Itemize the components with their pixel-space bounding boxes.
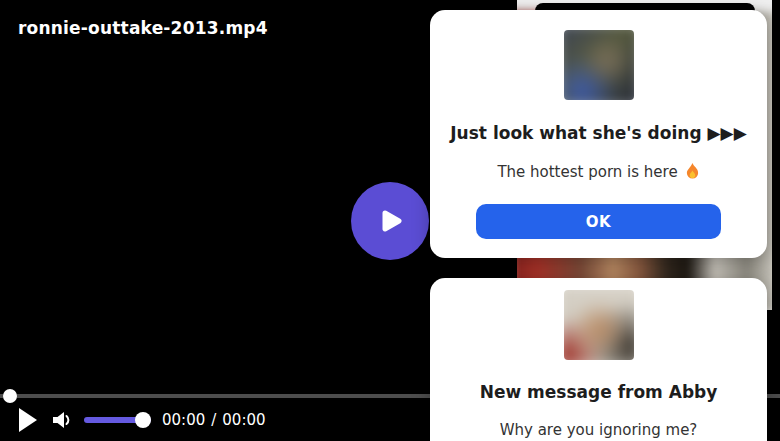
popup-message: The hottest porn is here xyxy=(430,163,767,181)
speaker-icon xyxy=(50,408,74,432)
video-title: ronnie-outtake-2013.mp4 xyxy=(18,18,268,38)
popup-title: Just look what she's doing ▶▶▶ xyxy=(430,123,767,143)
time-separator: / xyxy=(211,411,216,429)
popup-ad-card: Just look what she's doing ▶▶▶ The hotte… xyxy=(430,10,767,258)
play-icon xyxy=(18,407,38,433)
fire-icon xyxy=(685,163,700,180)
mute-button[interactable] xyxy=(50,408,74,432)
video-player-page: ronnie-outtake-2013.mp4 00:00/00:00 xyxy=(0,0,780,441)
popup-message: Why are you ignoring me? xyxy=(430,421,767,439)
ok-button[interactable]: OK xyxy=(476,204,721,239)
play-button[interactable] xyxy=(18,407,38,433)
time-display: 00:00/00:00 xyxy=(162,411,272,429)
popup-thumbnail[interactable] xyxy=(564,290,634,360)
popup-message-card: New message from Abby Why are you ignori… xyxy=(430,278,767,441)
duration: 00:00 xyxy=(222,411,265,429)
popup-thumbnail[interactable] xyxy=(564,30,634,100)
seek-thumb[interactable] xyxy=(3,389,17,403)
blurred-photo-placeholder xyxy=(564,290,634,360)
current-time: 00:00 xyxy=(162,411,205,429)
popup-title: New message from Abby xyxy=(430,382,767,402)
volume-thumb[interactable] xyxy=(135,412,151,428)
play-icon xyxy=(373,204,407,238)
blurred-photo-placeholder xyxy=(564,30,634,100)
big-play-button[interactable] xyxy=(351,182,429,260)
